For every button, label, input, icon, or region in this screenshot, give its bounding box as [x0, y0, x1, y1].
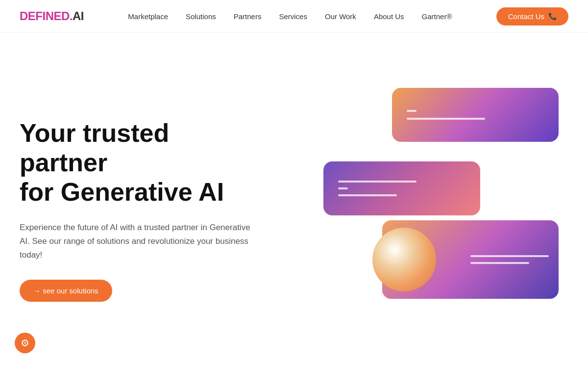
- card-line-long-1: [407, 118, 485, 120]
- nav-item-services[interactable]: Services: [279, 12, 307, 21]
- cta-label: → see our solutions: [33, 287, 98, 295]
- card-line-long-2: [338, 181, 416, 183]
- hero-illustration: [304, 83, 559, 328]
- logo-defined: DEFINED: [20, 9, 70, 23]
- illustration-card-1: [392, 88, 559, 142]
- illustration-card-2: [323, 161, 480, 215]
- phone-icon: 📞: [548, 12, 557, 20]
- card-circle: [372, 228, 436, 291]
- main-nav: Marketplace Solutions Partners Services …: [128, 12, 452, 21]
- card-line-b: [470, 262, 529, 264]
- card-line-medium-2: [338, 194, 397, 196]
- illustration-card-3: [382, 220, 559, 299]
- nav-item-solutions[interactable]: Solutions: [186, 12, 216, 21]
- hero-title: Your trusted partner for Generative AI: [20, 119, 255, 207]
- hero-description: Experience the future of AI with a trust…: [20, 221, 255, 262]
- nav-item-partners[interactable]: Partners: [234, 12, 262, 21]
- nav-item-gartner[interactable]: Gartner®: [422, 12, 452, 21]
- hero-content: Your trusted partner for Generative AI E…: [20, 109, 255, 302]
- logo-ai: AI: [73, 9, 84, 23]
- nav-item-our-work[interactable]: Our Work: [325, 12, 356, 21]
- contact-us-button[interactable]: Contact Us 📞: [496, 7, 568, 26]
- logo: DEFINED.AI: [20, 9, 84, 23]
- card-line-short-1: [407, 110, 416, 112]
- card-lines-3: [470, 255, 549, 264]
- hero-section: Your trusted partner for Generative AI E…: [0, 33, 588, 368]
- header: DEFINED.AI Marketplace Solutions Partner…: [0, 0, 588, 33]
- nav-item-marketplace[interactable]: Marketplace: [128, 12, 168, 21]
- chat-widget-icon: ⚙: [21, 337, 29, 349]
- chat-widget-button[interactable]: ⚙: [15, 333, 35, 353]
- contact-us-label: Contact Us: [508, 12, 544, 21]
- cta-button[interactable]: → see our solutions: [20, 280, 112, 302]
- card-line-a: [470, 255, 549, 257]
- nav-item-about-us[interactable]: About Us: [374, 12, 404, 21]
- card-line-short-2: [338, 187, 348, 189]
